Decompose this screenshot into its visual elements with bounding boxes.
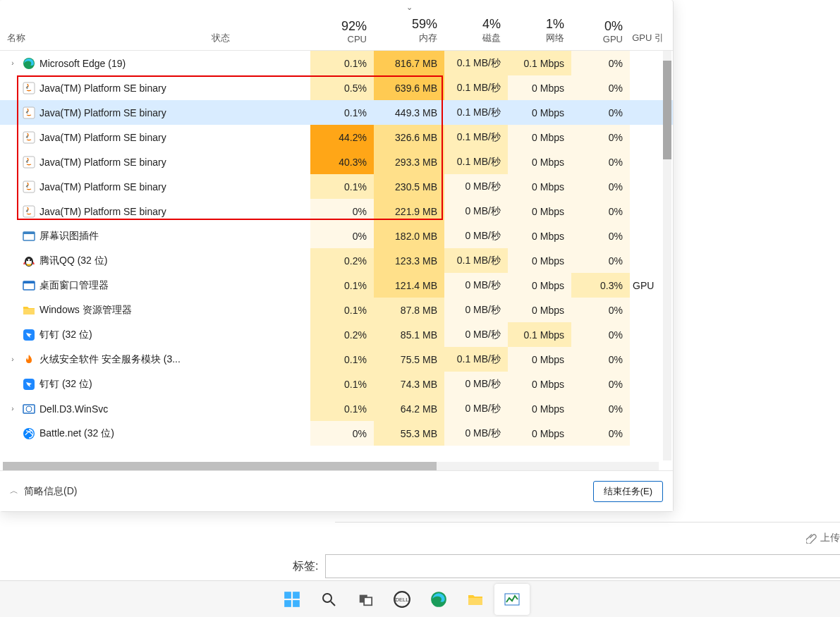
process-name-cell: 腾讯QQ (32 位) xyxy=(0,248,205,273)
cpu-cell: 0.1% xyxy=(310,174,374,199)
expand-toggle[interactable]: › xyxy=(7,355,18,363)
column-header-name[interactable]: 名称 xyxy=(0,0,205,50)
memory-cell: 85.1 MB xyxy=(374,322,444,347)
column-header-cpu[interactable]: 92% CPU xyxy=(310,0,374,50)
process-row[interactable]: Java(TM) Platform SE binary 0.1% 449.3 M… xyxy=(0,100,673,125)
process-row[interactable]: Java(TM) Platform SE binary 0% 221.9 MB … xyxy=(0,199,673,224)
taskbar-dell-icon[interactable]: DELL xyxy=(384,584,420,615)
taskbar-task-manager-icon[interactable] xyxy=(494,584,530,615)
process-row[interactable]: Java(TM) Platform SE binary 0.5% 639.6 M… xyxy=(0,75,673,100)
gpu-engine-cell xyxy=(630,298,665,322)
process-row[interactable]: 钉钉 (32 位) 0.1% 74.3 MB 0 MB/秒 0 Mbps 0% xyxy=(0,372,673,396)
start-button[interactable] xyxy=(274,584,310,615)
tag-label: 标签: xyxy=(293,559,318,574)
cpu-cell: 0.1% xyxy=(310,347,374,372)
process-status-cell xyxy=(205,100,310,125)
svg-rect-7 xyxy=(364,597,372,605)
process-row[interactable]: Battle.net (32 位) 0% 55.3 MB 0 MB/秒 0 Mb… xyxy=(0,421,673,446)
end-task-button[interactable]: 结束任务(E) xyxy=(593,481,663,502)
process-name: Dell.D3.WinSvc xyxy=(39,403,108,415)
disk-cell: 0 MB/秒 xyxy=(444,174,508,199)
chevron-down-icon: ⌄ xyxy=(406,3,413,12)
process-status-cell xyxy=(205,199,310,224)
process-name: Battle.net (32 位) xyxy=(39,427,114,440)
process-row[interactable]: 腾讯QQ (32 位) 0.2% 123.3 MB 0.1 MB/秒 0 Mbp… xyxy=(0,248,673,273)
network-cell: 0.1 Mbps xyxy=(508,51,571,75)
process-row[interactable]: Java(TM) Platform SE binary 40.3% 293.3 … xyxy=(0,149,673,174)
process-name: Java(TM) Platform SE binary xyxy=(39,206,166,217)
process-name: 屏幕识图插件 xyxy=(39,230,99,243)
task-view-button[interactable] xyxy=(348,584,383,615)
process-status-cell xyxy=(205,322,310,347)
process-icon xyxy=(23,304,35,317)
network-cell: 0 Mbps xyxy=(508,248,571,273)
network-cell: 0 Mbps xyxy=(508,224,571,248)
disk-cell: 0 MB/秒 xyxy=(444,224,508,248)
background-divider xyxy=(335,522,840,523)
gpu-cell: 0% xyxy=(571,75,630,100)
column-header-status[interactable]: 状态 xyxy=(205,0,310,50)
cpu-cell: 0.1% xyxy=(310,273,374,298)
process-row[interactable]: Windows 资源管理器 0.1% 87.8 MB 0 MB/秒 0 Mbps… xyxy=(0,298,673,322)
process-row[interactable]: › 火绒安全软件 安全服务模块 (3... 0.1% 75.5 MB 0.1 M… xyxy=(0,347,673,372)
network-cell: 0 Mbps xyxy=(508,372,571,396)
disk-cell: 0 MB/秒 xyxy=(444,372,508,396)
process-status-cell xyxy=(205,347,310,372)
process-icon xyxy=(23,230,35,243)
vertical-scrollbar[interactable] xyxy=(663,51,671,460)
process-status-cell xyxy=(205,273,310,298)
cpu-cell: 0.2% xyxy=(310,322,374,347)
cpu-cell: 0.5% xyxy=(310,75,374,100)
column-header-gpu[interactable]: 0% GPU xyxy=(571,0,630,50)
taskbar-explorer-icon[interactable] xyxy=(458,584,493,615)
process-row[interactable]: › Dell.D3.WinSvc 0.1% 64.2 MB 0 MB/秒 0 M… xyxy=(0,396,673,421)
column-header-disk[interactable]: 4% 磁盘 xyxy=(444,0,508,50)
process-row[interactable]: Java(TM) Platform SE binary 0.1% 230.5 M… xyxy=(0,174,673,199)
cpu-cell: 44.2% xyxy=(310,125,374,149)
process-name-cell: Battle.net (32 位) xyxy=(0,421,205,446)
column-header-memory[interactable]: ⌄ 59% 内存 xyxy=(374,0,444,50)
column-header-network[interactable]: 1% 网络 xyxy=(508,0,571,50)
tag-input[interactable] xyxy=(325,554,840,578)
process-name: 腾讯QQ (32 位) xyxy=(39,255,107,267)
cpu-cell: 0.1% xyxy=(310,51,374,75)
disk-cell: 0.1 MB/秒 xyxy=(444,347,508,372)
process-row[interactable]: 钉钉 (32 位) 0.2% 85.1 MB 0 MB/秒 0.1 Mbps 0… xyxy=(0,322,673,347)
attach-file-link[interactable]: 上传 xyxy=(806,532,840,544)
process-row[interactable]: Java(TM) Platform SE binary 44.2% 326.6 … xyxy=(0,125,673,149)
process-row[interactable]: › Microsoft Edge (19) 0.1% 816.7 MB 0.1 … xyxy=(0,51,673,75)
expand-toggle[interactable]: › xyxy=(7,59,18,67)
gpu-engine-cell xyxy=(630,174,665,199)
fewer-details-link[interactable]: 简略信息(D) xyxy=(24,485,77,498)
memory-cell: 639.6 MB xyxy=(374,75,444,100)
disk-cell: 0.1 MB/秒 xyxy=(444,149,508,174)
process-name-cell: 桌面窗口管理器 xyxy=(0,273,205,298)
cpu-cell: 0.1% xyxy=(310,372,374,396)
memory-cell: 230.5 MB xyxy=(374,174,444,199)
memory-cell: 221.9 MB xyxy=(374,199,444,224)
process-status-cell xyxy=(205,298,310,322)
gpu-engine-cell xyxy=(630,100,665,125)
cpu-cell: 0% xyxy=(310,421,374,446)
search-button[interactable] xyxy=(311,584,346,615)
process-name: 钉钉 (32 位) xyxy=(39,378,92,391)
network-cell: 0 Mbps xyxy=(508,149,571,174)
horizontal-scrollbar[interactable] xyxy=(3,462,659,470)
expand-toggle[interactable]: › xyxy=(7,405,18,413)
cpu-cell: 0% xyxy=(310,199,374,224)
process-name-cell: Java(TM) Platform SE binary xyxy=(0,125,205,149)
gpu-engine-cell xyxy=(630,199,665,224)
process-row[interactable]: 屏幕识图插件 0% 182.0 MB 0 MB/秒 0 Mbps 0% xyxy=(0,224,673,248)
column-header-gpu-engine[interactable]: GPU 引 xyxy=(630,0,665,50)
paperclip-icon xyxy=(806,532,817,544)
task-manager-window: 名称 状态 92% CPU ⌄ 59% 内存 4% 磁盘 1% 网络 xyxy=(0,0,674,512)
process-row[interactable]: 桌面窗口管理器 0.1% 121.4 MB 0 MB/秒 0 Mbps 0.3%… xyxy=(0,273,673,298)
chevron-up-icon[interactable]: ︿ xyxy=(10,485,18,497)
process-name: Java(TM) Platform SE binary xyxy=(39,83,166,94)
process-name: Java(TM) Platform SE binary xyxy=(39,107,166,118)
network-cell: 0.1 Mbps xyxy=(508,322,571,347)
process-name: 火绒安全软件 安全服务模块 (3... xyxy=(39,353,181,366)
taskbar-edge-icon[interactable] xyxy=(421,584,456,615)
disk-cell: 0.1 MB/秒 xyxy=(444,248,508,273)
memory-cell: 123.3 MB xyxy=(374,248,444,273)
